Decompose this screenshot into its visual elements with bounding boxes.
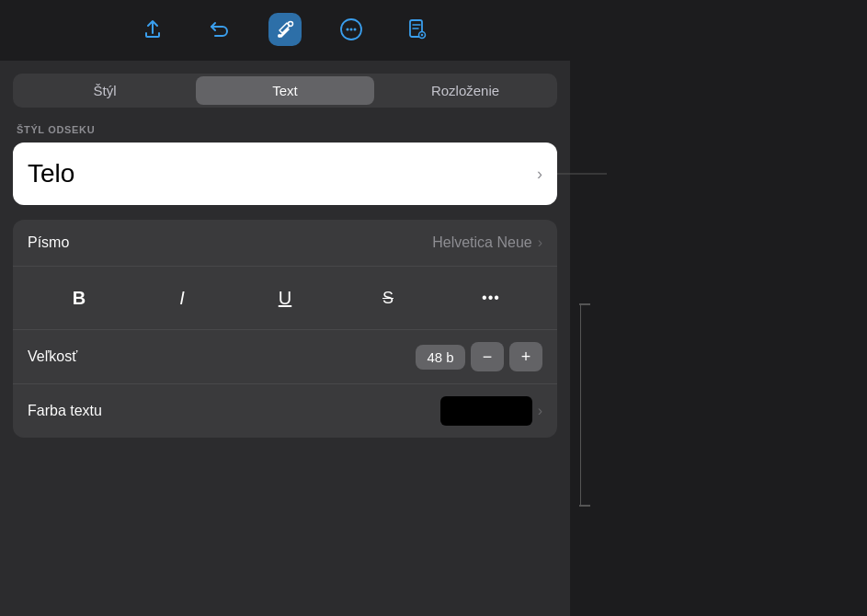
font-chevron-icon: ›	[538, 234, 542, 251]
strikethrough-button[interactable]: S	[371, 282, 405, 314]
bold-button[interactable]: B	[62, 282, 97, 314]
svg-point-4	[350, 29, 353, 31]
content-area: ŠTÝL ODSEKU Telo › Písmo Helvetica Neue …	[0, 124, 570, 616]
tab-style[interactable]: Štýl	[16, 76, 194, 105]
doc-icon[interactable]	[401, 13, 434, 46]
color-label: Farba textu	[28, 403, 102, 419]
size-row: Veľkosť 48 b − +	[13, 329, 557, 383]
tab-text[interactable]: Text	[196, 76, 374, 105]
font-value: Helvetica Neue ›	[432, 234, 542, 251]
paragraph-style-card[interactable]: Telo ›	[13, 143, 557, 205]
underline-button[interactable]: U	[268, 282, 302, 314]
size-decrease-button[interactable]: −	[471, 342, 504, 371]
italic-button[interactable]: I	[165, 282, 200, 314]
font-row[interactable]: Písmo Helvetica Neue ›	[13, 220, 557, 266]
size-controls: 48 b − +	[416, 342, 542, 371]
tab-layout[interactable]: Rozloženie	[376, 76, 554, 105]
share-icon[interactable]	[136, 13, 169, 46]
color-value: ›	[440, 396, 542, 426]
color-chevron-icon: ›	[538, 403, 542, 419]
paragraph-style-value: Telo	[28, 159, 74, 188]
color-swatch	[440, 396, 532, 426]
bracket-line	[579, 303, 581, 506]
size-increase-button[interactable]: +	[509, 342, 542, 371]
font-label: Písmo	[28, 234, 69, 251]
size-label: Veľkosť	[28, 348, 77, 365]
undo-icon[interactable]	[202, 13, 235, 46]
color-row[interactable]: Farba textu ›	[13, 383, 557, 438]
toolbar	[0, 0, 570, 61]
more-style-button[interactable]: •••	[473, 282, 508, 314]
section-label: ŠTÝL ODSEKU	[13, 124, 557, 135]
svg-point-5	[354, 29, 357, 31]
bracket-top-tick	[579, 303, 590, 305]
brush-icon[interactable]	[268, 13, 302, 46]
svg-point-1	[278, 34, 281, 38]
svg-point-3	[347, 29, 349, 31]
more-dots-icon[interactable]	[335, 13, 368, 46]
style-buttons-group: B I U S •••	[28, 279, 542, 317]
right-area	[570, 0, 867, 616]
format-panel: Štýl Text Rozloženie ŠTÝL ODSEKU Telo › …	[0, 0, 570, 616]
paragraph-chevron-icon: ›	[537, 165, 542, 182]
tab-bar: Štýl Text Rozloženie	[13, 74, 557, 108]
svg-point-8	[421, 34, 423, 36]
size-value: 48 b	[416, 345, 465, 370]
bracket-bottom-tick	[579, 505, 590, 507]
options-card: Písmo Helvetica Neue › B I U	[13, 220, 557, 438]
svg-point-0	[289, 22, 293, 27]
text-style-row: B I U S •••	[13, 266, 557, 329]
